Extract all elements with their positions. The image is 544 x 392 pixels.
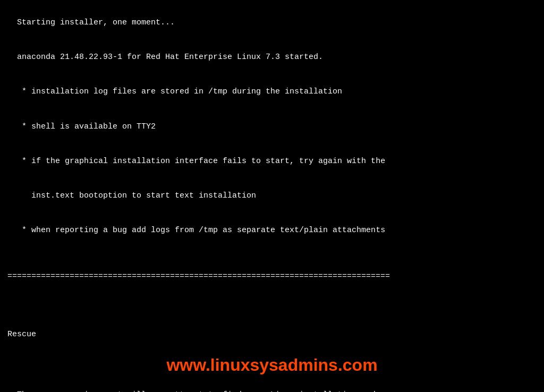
divider-top: ========================================…: [7, 271, 537, 283]
line-shell: * shell is available on TTY2: [17, 122, 156, 131]
rescue-body: The rescue environment will now attempt …: [7, 378, 537, 393]
line-insttext: inst.text bootoption to start text insta…: [17, 191, 256, 200]
line-log: * installation log files are stored in /…: [17, 87, 342, 96]
line-starting: Starting installer, one moment...: [17, 18, 175, 27]
rescue-title: Rescue: [7, 329, 537, 340]
watermark-text: www.linuxsysadmins.com: [7, 355, 537, 375]
line-anaconda: anaconda 21.48.22.93-1 for Red Hat Enter…: [17, 53, 323, 62]
terminal-output: Starting installer, one moment... anacon…: [7, 5, 537, 354]
line-graphical: * if the graphical installation interfac…: [17, 157, 385, 166]
line-bug: * when reporting a bug add logs from /tm…: [17, 226, 385, 235]
